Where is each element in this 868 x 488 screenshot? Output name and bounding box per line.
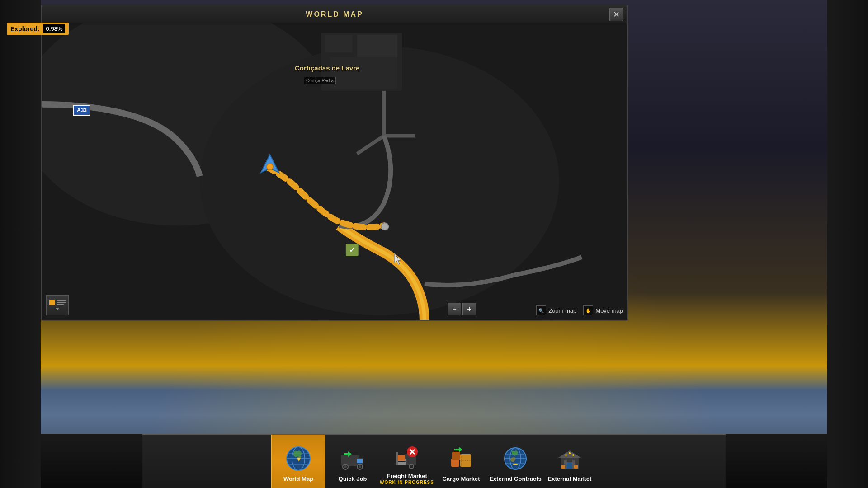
move-map-control[interactable]: ✋ Move map: [583, 305, 623, 315]
zoom-map-label: Zoom map: [548, 307, 576, 314]
svg-rect-52: [567, 462, 572, 469]
nav-item-external-market[interactable]: External Market: [542, 435, 597, 488]
zoom-out-button[interactable]: −: [448, 303, 461, 315]
svg-point-14: [267, 164, 273, 170]
svg-point-37: [409, 464, 414, 469]
bottom-navbar: World Map Quick Job: [142, 434, 726, 488]
nav-sublabel-freight-market: WORK IN PROGRESS: [380, 480, 434, 485]
quick-job-icon: [339, 445, 366, 472]
nav-item-quick-job[interactable]: Quick Job: [326, 435, 380, 488]
zoom-map-icon: 🔍: [536, 305, 546, 315]
quick-job-icon-container: [338, 444, 368, 474]
cab-right-panel: [827, 0, 868, 488]
move-map-icon: ✋: [583, 305, 593, 315]
map-title: WORLD MAP: [306, 10, 363, 19]
explored-badge: Explored: 0.98%: [7, 23, 69, 35]
svg-rect-33: [398, 455, 405, 460]
svg-rect-6: [330, 57, 397, 89]
nav-label-cargo-market: Cargo Market: [442, 475, 480, 483]
legend-square-icon: [49, 300, 55, 305]
road-sign-a33: A33: [73, 105, 90, 116]
world-map-icon-container: [284, 444, 313, 474]
move-map-label: Move map: [595, 307, 623, 314]
cargo-market-icon: [448, 445, 475, 472]
nav-item-world-map[interactable]: World Map: [271, 435, 326, 488]
svg-rect-56: [561, 465, 565, 469]
zoom-in-button[interactable]: +: [462, 303, 476, 315]
explored-label: Explored:: [10, 25, 40, 33]
svg-point-28: [359, 465, 361, 468]
nav-label-external-market: External Market: [548, 475, 592, 483]
map-titlebar: WORLD MAP ✕: [42, 5, 627, 23]
external-market-icon-container: [555, 444, 585, 474]
zoom-map-control[interactable]: 🔍 Zoom map: [536, 305, 576, 315]
nav-label-freight-market: Freight Market: [387, 473, 427, 480]
freight-market-icon: [393, 443, 420, 470]
map-roads-svg: ✓: [42, 23, 627, 320]
legend-lines-icon: [57, 300, 66, 305]
svg-rect-40: [452, 452, 460, 460]
svg-rect-5: [357, 35, 397, 60]
svg-rect-32: [396, 452, 398, 465]
close-button[interactable]: ✕: [609, 8, 623, 21]
nav-label-quick-job: Quick Job: [339, 475, 367, 483]
nav-label-world-map: World Map: [283, 475, 313, 483]
svg-point-53: [565, 454, 567, 456]
svg-point-10: [381, 223, 388, 230]
world-map-icon: [285, 445, 312, 472]
svg-rect-4: [326, 35, 353, 53]
player-marker: [259, 152, 281, 177]
svg-rect-31: [397, 462, 406, 465]
map-content[interactable]: ✓ Cortiçadas de Lavre Cortiça Pedra A33 …: [42, 23, 627, 320]
external-contracts-icon: [502, 445, 529, 472]
explored-value: 0.98%: [43, 24, 66, 33]
nav-item-freight-market[interactable]: Freight Market WORK IN PROGRESS: [380, 435, 434, 488]
cab-left-panel: [0, 0, 41, 488]
cargo-market-icon-container: [447, 444, 476, 474]
svg-point-55: [572, 454, 574, 456]
city-sublabel: Cortiça Pedra: [304, 77, 336, 84]
nav-item-external-contracts[interactable]: External Contracts: [488, 435, 542, 488]
external-market-icon: [556, 445, 583, 472]
svg-rect-57: [574, 465, 578, 469]
svg-rect-24: [357, 459, 363, 463]
svg-text:✓: ✓: [349, 246, 355, 254]
freight-market-icon-container: [392, 441, 422, 471]
svg-point-26: [344, 465, 347, 468]
external-contracts-icon-container: [501, 444, 530, 474]
map-window: WORLD MAP ✕: [41, 5, 628, 321]
legend-chevron-icon: [56, 308, 59, 311]
legend-button[interactable]: [46, 295, 69, 315]
map-controls: 🔍 Zoom map ✋ Move map: [536, 305, 623, 315]
zoom-controls: − +: [448, 303, 476, 315]
nav-label-external-contracts: External Contracts: [489, 475, 542, 483]
svg-point-54: [569, 452, 571, 454]
nav-item-cargo-market[interactable]: Cargo Market: [434, 435, 488, 488]
